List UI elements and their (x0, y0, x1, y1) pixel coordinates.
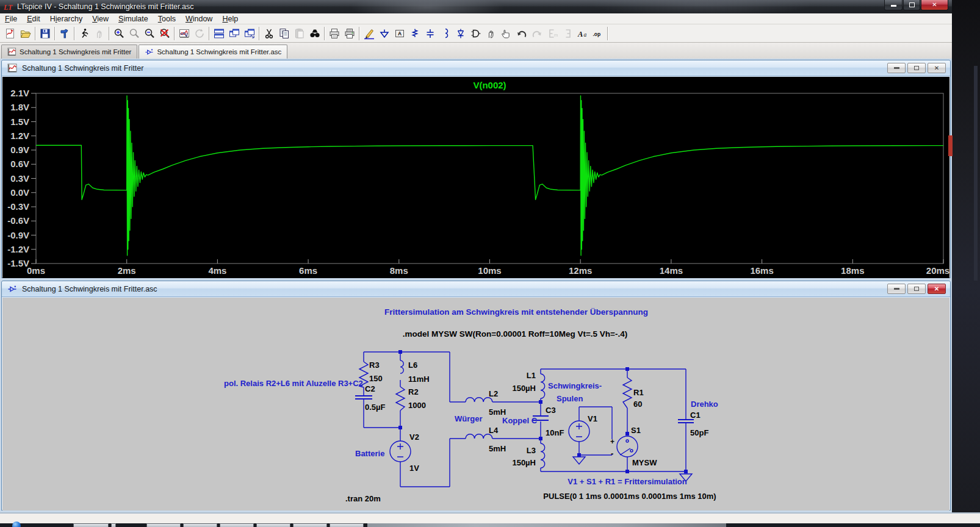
schematic-label: 60 (633, 400, 642, 409)
schematic-window-titlebar[interactable]: Schaltung 1 Schwingkreis mit Fritter.asc… (2, 281, 950, 297)
halt-button (92, 26, 107, 41)
ground-button[interactable] (377, 26, 392, 41)
print-setup-button[interactable] (326, 26, 342, 41)
ltspice-logo-icon: LT (4, 2, 13, 12)
new-schematic-button[interactable] (2, 26, 18, 41)
maximize-button[interactable] (903, 0, 920, 10)
sch-restore-button[interactable] (907, 284, 926, 294)
drag-button[interactable] (499, 26, 514, 41)
taskbar-button[interactable] (146, 523, 181, 527)
svg-text:A: A (577, 29, 583, 38)
autorange-button (192, 26, 207, 41)
tile-vertical-button[interactable] (226, 26, 242, 41)
schematic-label: L1 (527, 371, 536, 380)
waveform-window: Schaltung 1 Schwingkreis mit Fritter ✕ 2… (1, 60, 951, 278)
cut-button[interactable] (261, 26, 276, 41)
plot-settings-button[interactable] (176, 26, 192, 41)
inductor-button[interactable] (438, 26, 453, 41)
start-button[interactable] (12, 522, 21, 527)
wave-restore-button[interactable] (907, 63, 926, 73)
y-tick-label: -0.9V (7, 230, 29, 240)
menu-help[interactable]: Help (217, 13, 243, 24)
taskbar-button[interactable] (330, 523, 364, 527)
y-tick-label: 0.3V (10, 173, 29, 184)
minimize-button[interactable] (884, 0, 903, 10)
svg-text:.op: .op (593, 30, 600, 37)
tab-waveform[interactable]: Schaltung 1 Schwingkreis mit Fritter (1, 45, 137, 59)
schematic-label: L6 (408, 360, 417, 370)
print-button[interactable] (342, 26, 357, 41)
trace-label[interactable]: V(n002) (473, 80, 506, 90)
schematic-label: 150µH (512, 384, 536, 393)
tabbar: Schaltung 1 Schwingkreis mit FritterScha… (0, 43, 952, 59)
taskbar-button[interactable] (73, 523, 109, 527)
background-red-artifact (948, 135, 953, 156)
window-controls: ✕ (884, 0, 948, 10)
sch-minimize-button[interactable] (887, 284, 906, 294)
undo-button[interactable] (514, 26, 529, 41)
wave-close-button[interactable]: ✕ (928, 63, 946, 73)
diode-button[interactable] (453, 26, 468, 41)
cascade-button[interactable] (242, 26, 257, 41)
taskbar-button[interactable] (183, 523, 217, 527)
x-tick-label: 4ms (208, 265, 226, 276)
wave-minimize-button[interactable] (887, 63, 906, 73)
zoom-extents-button[interactable] (157, 26, 172, 41)
taskbar-button[interactable] (111, 523, 116, 527)
schematic-canvas[interactable]: Frittersimulation am Schwingkreis mit en… (2, 298, 949, 511)
text-button[interactable]: Aa (575, 26, 590, 41)
schematic-label: 0.5µF (365, 403, 386, 412)
screen: LT LTspice IV - Schaltung 1 Schwingkreis… (0, 0, 980, 527)
control-panel-button[interactable] (57, 26, 72, 41)
run-button[interactable] (76, 26, 92, 41)
find-button[interactable] (307, 26, 322, 41)
menu-view[interactable]: View (87, 13, 113, 24)
y-tick-label: -1.2V (7, 244, 29, 254)
x-tick-label: 18ms (841, 265, 864, 276)
waveform-plot[interactable]: 2.1V1.8V1.5V1.2V0.9V0.6V0.3V0.0V-0.3V-0.… (4, 77, 949, 277)
schematic-label: 1V (409, 464, 419, 473)
resistor-button[interactable] (407, 26, 422, 41)
taskbar-button[interactable] (256, 523, 290, 527)
plot-border (36, 93, 943, 264)
y-tick-label: -1.5V (7, 258, 29, 268)
zoom-in-button[interactable] (111, 26, 126, 41)
y-tick-label: 1.8V (10, 102, 29, 112)
sch-close-button[interactable]: ✕ (928, 284, 946, 294)
schematic-label: 50pF (690, 428, 708, 437)
schematic-drawing[interactable]: Frittersimulation am Schwingkreis mit en… (4, 298, 949, 510)
schematic-label: C2 (365, 384, 375, 393)
waveform-icon (7, 63, 17, 73)
wire-button[interactable] (361, 26, 377, 41)
y-tick-label: -0.3V (7, 201, 29, 212)
save-button[interactable] (37, 26, 52, 41)
open-button[interactable] (18, 26, 33, 41)
component-button[interactable] (468, 26, 483, 41)
menu-file[interactable]: File (0, 13, 22, 24)
window-title: LTspice IV - Schaltung 1 Schwingkreis mi… (17, 0, 193, 13)
schematic-label: Batterie (355, 449, 384, 458)
menu-edit[interactable]: Edit (22, 13, 45, 24)
menu-window[interactable]: Window (181, 13, 217, 24)
taskbar-button[interactable] (293, 523, 327, 527)
menu-tools[interactable]: Tools (153, 13, 181, 24)
label-button[interactable]: A (392, 26, 407, 41)
waveform-window-titlebar[interactable]: Schaltung 1 Schwingkreis mit Fritter ✕ (2, 60, 950, 76)
menu-hierarchy[interactable]: Hierarchy (45, 13, 88, 24)
capacitor-button[interactable] (422, 26, 438, 41)
copy-button[interactable] (276, 26, 292, 41)
waveform-plot-area[interactable]: 2.1V1.8V1.5V1.2V0.9V0.6V0.3V0.0V-0.3V-0.… (2, 77, 949, 278)
spice-directive-button[interactable]: .op (590, 26, 605, 41)
taskbar-button[interactable] (220, 523, 254, 527)
tile-horizontal-button[interactable] (211, 26, 226, 41)
tab-schematic[interactable]: Schaltung 1 Schwingkreis mit Fritter.asc (139, 45, 287, 59)
move-button[interactable] (483, 26, 499, 41)
close-button[interactable]: ✕ (921, 0, 948, 10)
zoom-out-button[interactable] (142, 26, 157, 41)
schematic-label: V1 (588, 414, 597, 423)
menu-simulate[interactable]: Simulate (113, 13, 153, 24)
schematic-icon (7, 284, 17, 294)
titlebar[interactable]: LT LTspice IV - Schaltung 1 Schwingkreis… (0, 0, 952, 13)
schematic-labels: Frittersimulation am Schwingkreis mit en… (224, 307, 718, 503)
schematic-label: .model MYSW SW(Ron=0.00001 Roff=10Meg Vt… (403, 329, 627, 339)
